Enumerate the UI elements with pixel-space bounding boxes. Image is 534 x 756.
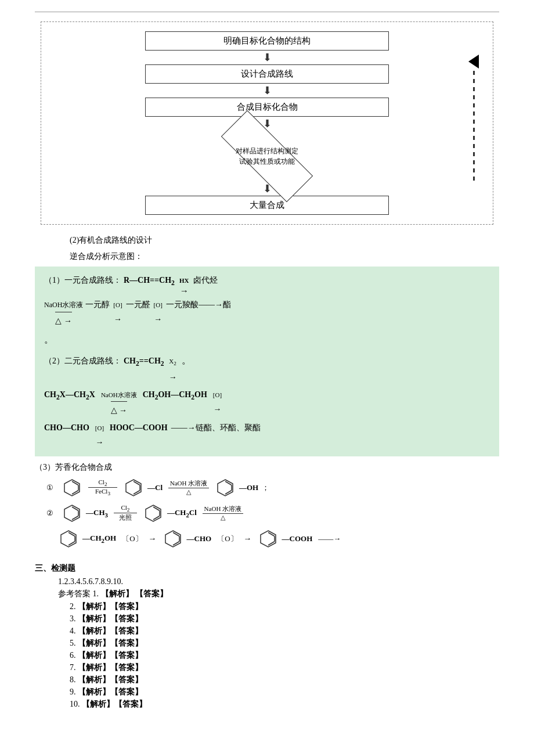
detection-numbers: 1.2.3.4.5.6.7.8.9.10. — [58, 577, 499, 586]
top-rule — [35, 12, 499, 12]
line6-end: ——→链酯、环酯、聚酯 — [171, 420, 261, 436]
svg-marker-8 — [218, 480, 233, 496]
svg-marker-28 — [261, 531, 276, 547]
detection-content: 1.2.3.4.5.6.7.8.9.10. 参考答案 1. 【解析】 【答案】 … — [35, 577, 499, 710]
synthesis-line2: NaOH水溶液 △ → 一元醇 [O] → 一元醛 [O] → 一元羧酸——→酯 — [44, 297, 490, 329]
r2-step2-arrow: NaOH 水溶液 △ — [203, 505, 243, 521]
line5-formula1: CH2X—CH2X — [44, 387, 95, 404]
flow-box-last: 大量合成 — [145, 196, 389, 215]
x2-arrow: X2 → — [169, 355, 177, 386]
diamond-wrapper: 对样品进行结构测定 试验其性质或功能 — [53, 133, 481, 179]
ox1-label: [O] — [113, 298, 122, 311]
dot1: 。 — [44, 330, 490, 349]
ref-daan: 【答案】 — [135, 589, 168, 598]
ox3-arrow: [O] → — [213, 388, 222, 417]
line6-cho: CHO—CHO — [44, 420, 89, 436]
item-5: 5. 【解析】【答案】 — [70, 638, 499, 649]
green-synthesis-block: （1）一元合成路线： R—CH==CH2 HX → 卤代烃 NaOH水溶液 △ … — [35, 267, 499, 456]
benzene-ring-2 — [123, 477, 144, 498]
ref-jiexi: 【解析】 — [101, 589, 134, 598]
flow-box-1: 明确目标化合物的结构 — [145, 31, 389, 51]
dot2: 。 — [182, 351, 191, 370]
x2-label: X2 — [169, 355, 176, 369]
diamond-line1: 对样品进行结构测定 — [236, 146, 298, 156]
ox2-arrow-sym: → — [154, 311, 162, 327]
r1-naoh: NaOH 水溶液 — [170, 479, 207, 488]
r2-step1-arrow: Cl2 光照 — [114, 504, 137, 522]
svg-line-13 — [72, 507, 78, 511]
feedback-arrow — [468, 55, 479, 182]
arrow-down-3: ⬇ — [53, 117, 481, 131]
svg-line-31 — [268, 541, 275, 545]
benzene-ring-3 — [215, 477, 236, 498]
arrow-down-2: ⬇ — [53, 84, 481, 98]
ox1-arrow: [O] → — [113, 298, 122, 327]
synthesis-line6: CHO—CHO [O] → HOOC—COOH ——→链酯、环酯、聚酯 — [44, 420, 490, 451]
r3-ch2oh: —CH2OH — [82, 534, 116, 544]
dashed-feedback-line — [473, 71, 475, 182]
mono-alcohol: 一元醇 — [85, 297, 110, 313]
line1-halide: 卤代烃 — [193, 272, 218, 289]
svg-line-19 — [153, 516, 160, 520]
naoh-label: NaOH水溶液 — [44, 298, 83, 312]
r1-semicolon: ； — [262, 483, 269, 493]
item-7: 7. 【解析】【答案】 — [70, 663, 499, 673]
diamond-line2: 试验其性质或功能 — [236, 156, 298, 167]
synthesis-line5: CH2X—CH2X NaOH水溶液 △ → CH2OH—CH2OH [O] → — [44, 387, 490, 419]
flow-diamond: 对样品进行结构测定 试验其性质或功能 — [209, 133, 325, 179]
ox3-label: [O] — [213, 388, 222, 401]
mono-aldehyde: 一元醛 — [126, 297, 150, 313]
r1-cl2: Cl2 — [99, 478, 107, 487]
arrow-down-1: ⬇ — [53, 51, 481, 64]
detection-title-text: 三、检测题 — [35, 563, 75, 574]
detection-numbers-text: 1.2.3.4.5.6.7.8.9.10. — [58, 577, 123, 586]
r1-oh-group: —OH — [239, 483, 258, 492]
mono-acid: 一元羧酸——→酯 — [166, 297, 231, 313]
r3-end-arrow: ——→ — [318, 534, 341, 543]
naoh2-delta: △ → — [111, 401, 128, 419]
arrow-head-left — [468, 55, 479, 69]
reaction3-row: —CH2OH 〔O〕 → —CHO 〔O〕 → —COOH ——→ — [58, 528, 499, 549]
arrow-down-4: ⬇ — [53, 182, 481, 196]
r3-ox1: 〔O〕 — [122, 534, 142, 544]
svg-line-23 — [68, 541, 75, 545]
aromatic-section: （3）芳香化合物合成 ① Cl2 FeCl3 —Cl NaOH 水溶液 △ — [35, 462, 499, 549]
ox4-label: [O] — [95, 422, 104, 434]
hx-arrow: → — [180, 287, 189, 296]
r3-cooh: —COOH — [282, 534, 313, 543]
r2-ch3: —CH3 — [86, 508, 108, 519]
section2-sublabel-text: 逆合成分析示意图： — [70, 252, 143, 261]
line1-prefix: （1）一元合成路线： — [44, 272, 121, 289]
svg-marker-4 — [126, 480, 141, 496]
detection-section: 三、检测题 1.2.3.4.5.6.7.8.9.10. 参考答案 1. 【解析】… — [35, 563, 499, 710]
flowchart-container: 明确目标化合物的结构 ⬇ 设计合成路线 ⬇ 合成目标化合物 ⬇ 对样品进行结构测… — [41, 21, 493, 225]
hx-label: HX — [179, 274, 189, 287]
naoh2-label: NaOH水溶液 — [101, 388, 137, 401]
svg-line-15 — [72, 516, 78, 520]
item-9: 9. 【解析】【答案】 — [70, 687, 499, 697]
svg-line-7 — [134, 490, 140, 494]
r2-light: 光照 — [114, 513, 137, 522]
benzene-ring-4 — [62, 503, 82, 524]
svg-marker-20 — [61, 531, 76, 547]
line1-formula: R—CH==CH2 — [124, 272, 175, 290]
r2-naoh: NaOH 水溶液 — [204, 505, 241, 513]
ox4-arrow: [O] → — [95, 422, 104, 451]
benzene-ring-7 — [163, 528, 183, 549]
item-10: 10. 【解析】【答案】 — [70, 699, 499, 710]
svg-line-3 — [72, 490, 78, 494]
detection-items-list: 2. 【解析】【答案】 3. 【解析】【答案】 4. 【解析】【答案】 5. 【… — [58, 602, 499, 710]
ox3-sym: → — [213, 401, 221, 417]
line5-formula2: CH2OH—CH2OH — [143, 387, 207, 404]
line4-prefix: （2）二元合成路线： — [44, 353, 121, 369]
section2-label-text: (2)有机合成路线的设计 — [70, 236, 152, 244]
benzene-ring-1 — [62, 477, 82, 498]
svg-marker-0 — [64, 480, 80, 496]
item-6: 6. 【解析】【答案】 — [70, 650, 499, 661]
flow-box-last-text: 大量合成 — [250, 200, 284, 210]
ox2-label: [O] — [154, 298, 163, 311]
ref-text: 参考答案 1. — [58, 589, 99, 598]
r1-cl-group: —Cl — [147, 483, 163, 492]
svg-line-9 — [225, 481, 232, 485]
flow-box-3-text: 合成目标化合物 — [237, 102, 298, 111]
